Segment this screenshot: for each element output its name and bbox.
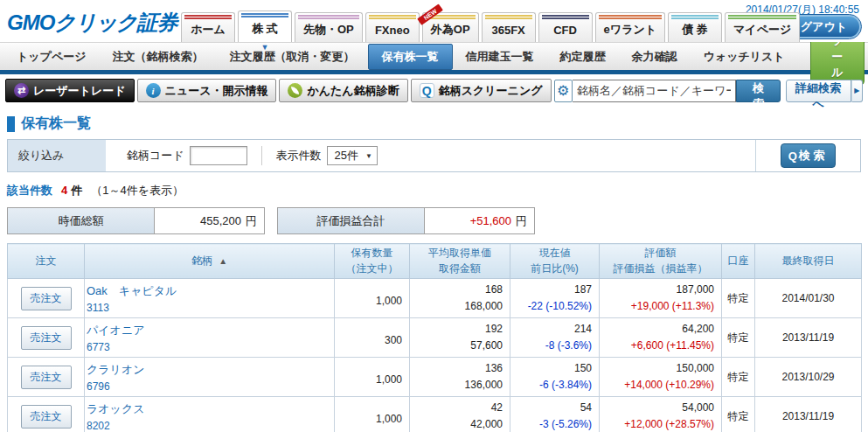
account-cell: 特定 <box>722 318 755 358</box>
sell-order-button[interactable]: 売注文 <box>21 326 72 350</box>
display-count-select[interactable]: 25件 ▼ <box>327 146 378 165</box>
search-settings-button[interactable]: ⚙ <box>554 80 573 102</box>
avg-unit-price: 42 <box>412 400 503 416</box>
result-count-value: 4 <box>61 184 67 197</box>
stock-name-link[interactable]: ラオックス <box>87 401 332 417</box>
code-label: 銘柄コード <box>127 148 184 164</box>
product-tab[interactable]: eワラント <box>595 12 665 42</box>
product-tab[interactable]: 365FX <box>482 12 536 42</box>
symbol-search-input[interactable] <box>573 80 736 102</box>
avg-price-cell: 168 168,000 <box>410 279 510 318</box>
tab-stripe <box>599 15 662 19</box>
product-tab[interactable]: 先物・OP <box>295 12 363 42</box>
header-name-sortable[interactable]: 銘柄 ▲ <box>85 244 335 279</box>
subnav-item[interactable]: ウォッチリスト <box>691 44 798 70</box>
subnav-item[interactable]: 余力確認 <box>619 44 691 70</box>
toolbar-button-label: ニュース・開示情報 <box>165 83 268 99</box>
tab-label: 外為OP <box>431 22 470 38</box>
stock-cell: パイオニア 6773 <box>85 318 335 358</box>
app-header: GMOクリック証券 2014/01/27(月) 18:40:55 ▶ ログアウト… <box>0 0 868 42</box>
tab-stripe <box>184 15 232 19</box>
product-tab[interactable]: NEW 外為OP <box>422 12 479 42</box>
tab-label: マイページ <box>733 22 791 38</box>
subnav-item[interactable]: 注文（銘柄検索） <box>100 44 217 70</box>
current-price: 214 <box>512 321 592 338</box>
stock-code-input[interactable] <box>190 146 247 165</box>
quick-toolbar: レーザートレード ニュース・開示情報 かんたん銘柄診断 銘柄スクリーニング ⚙ … <box>0 74 868 107</box>
stock-code-link[interactable]: 8202 <box>87 420 332 432</box>
subnav-item[interactable]: トップページ <box>3 44 100 70</box>
toolbar-button-label: 銘柄スクリーニング <box>439 83 543 99</box>
header-name-label: 銘柄 <box>191 254 212 267</box>
holding-row: 売注文 ラオックス 8202 1,000 42 42,000 54 -3 (-5… <box>8 397 862 432</box>
stock-name-link[interactable]: Oak キャピタル <box>87 283 332 299</box>
header-account: 口座 <box>722 244 755 279</box>
header-current-price: 現在値前日比(%) <box>510 244 600 279</box>
tab-stripe <box>241 13 288 17</box>
valuation-amount: 187,000 <box>601 282 714 298</box>
sell-order-button[interactable]: 売注文 <box>21 366 72 389</box>
filter-label: 絞り込み <box>8 140 106 171</box>
tab-label: ホーム <box>191 22 226 38</box>
stock-cell: ラオックス 8202 <box>85 397 335 432</box>
stock-code-link[interactable]: 6773 <box>87 341 332 353</box>
day-change: -3 (-5.26%) <box>512 416 592 432</box>
valuation-cell: 64,200 +6,600 (+11.45%) <box>600 318 722 358</box>
toolbar-shortcut-button[interactable]: ニュース・開示情報 <box>137 79 277 102</box>
stock-subnav: トップページ 注文（銘柄検索） 注文履歴（取消・変更） 保有株一覧 信用建玉一覧… <box>0 42 868 70</box>
subnav-item[interactable]: 注文履歴（取消・変更） <box>217 44 368 70</box>
avg-unit-price: 136 <box>412 360 503 377</box>
current-price-cell: 187 -22 (-10.52%) <box>510 279 600 318</box>
subnav-item-label: 保有株一覧 <box>382 50 439 63</box>
toolbar-shortcut-button[interactable]: かんたん銘柄診断 <box>279 79 407 102</box>
tab-stripe <box>369 15 416 19</box>
avg-amount: 168,000 <box>412 298 503 315</box>
product-tab[interactable]: 株 式 <box>238 10 292 42</box>
subnav-item-label: 余力確認 <box>632 50 677 63</box>
avg-price-cell: 42 42,000 <box>410 397 510 432</box>
stock-code-link[interactable]: 3113 <box>87 302 332 314</box>
avg-amount: 136,000 <box>412 377 503 394</box>
valuation-amount: 64,200 <box>601 321 714 338</box>
valuation-amount: 54,000 <box>601 400 714 416</box>
day-change: -8 (-3.6%) <box>512 338 592 354</box>
subnav-item[interactable]: 信用建玉一覧 <box>453 44 547 70</box>
sell-order-button[interactable]: 売注文 <box>21 287 72 310</box>
toolbar-shortcut-button[interactable]: レーザートレード <box>5 79 135 102</box>
swap-icon <box>14 83 29 98</box>
summary-value: 455,200 <box>200 214 241 227</box>
advanced-search-arrow-button[interactable]: ▶ <box>851 80 863 102</box>
order-cell: 売注文 <box>8 279 85 318</box>
sell-order-button[interactable]: 売注文 <box>21 405 72 429</box>
stock-name-link[interactable]: クラリオン <box>87 362 332 378</box>
advanced-search-button[interactable]: 詳細検索へ <box>786 80 851 102</box>
product-tab[interactable]: FXneo <box>365 12 420 42</box>
product-tab[interactable]: マイページ <box>725 12 800 42</box>
current-price: 150 <box>512 360 592 377</box>
result-count-unit: 件 <box>71 183 82 199</box>
subnav-item[interactable]: 約定履歴 <box>547 44 619 70</box>
valuation-cell: 187,000 +19,000 (+11.3%) <box>600 279 722 318</box>
result-count-label: 該当件数 <box>7 183 52 199</box>
product-tab[interactable]: 債 券 <box>668 12 722 42</box>
product-tab[interactable]: ホーム <box>181 12 235 42</box>
avg-price-cell: 192 57,600 <box>410 318 510 358</box>
tab-label: eワラント <box>604 22 656 38</box>
order-cell: 売注文 <box>8 397 85 432</box>
symbol-search-button[interactable]: 検 索 <box>736 80 780 102</box>
stock-code-link[interactable]: 6796 <box>87 380 332 393</box>
toolbar-shortcut-button[interactable]: 銘柄スクリーニング <box>411 79 552 102</box>
valuation-pl: +6,600 (+11.45%) <box>601 338 714 354</box>
holdings-table: 注文 銘柄 ▲ 保有数量（注文中） 平均取得単価取得金額 現在値前日比(%) 評… <box>7 243 862 432</box>
filter-body: 銘柄コード 表示件数 25件 ▼ <box>106 140 755 171</box>
valuation-pl: +12,000 (+28.57%) <box>601 416 714 432</box>
display-count-label: 表示件数 <box>276 148 322 164</box>
acquired-date-cell: 2013/11/19 <box>755 397 862 432</box>
summary-unit: 円 <box>246 213 257 229</box>
filter-search-button[interactable]: Q 検 索 <box>781 143 837 168</box>
product-tab[interactable]: CFD <box>538 12 593 42</box>
stock-name-link[interactable]: パイオニア <box>87 323 332 338</box>
subnav-item[interactable]: 保有株一覧 <box>368 44 453 70</box>
valuation-amount: 150,000 <box>601 360 714 377</box>
display-count-value: 25件 <box>335 148 358 164</box>
